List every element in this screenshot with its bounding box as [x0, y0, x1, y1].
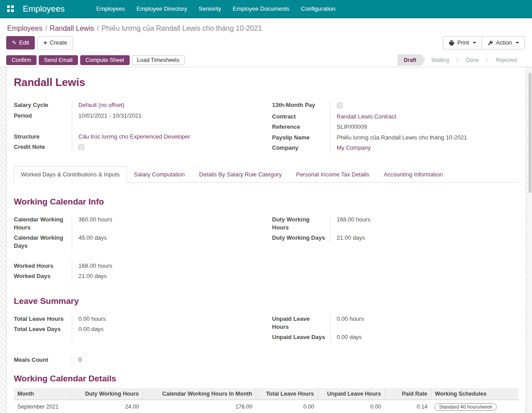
- sheet-background: Randall Lewis Salary Cycle Default (no o…: [0, 67, 532, 413]
- unpaid-leave-days-value: 0.00 days: [330, 332, 519, 343]
- contract-value-link[interactable]: Randall Lewis Contract: [337, 113, 397, 120]
- column-header-total-leave-hours[interactable]: Total Leave Hours: [256, 388, 318, 400]
- cell-total-leave-hours: 0.00: [256, 400, 318, 413]
- state-pipeline: Draft Waiting Done Rejected: [397, 54, 523, 66]
- field-group-right: 13th-Month Pay Contract Randall Lewis Co…: [272, 100, 519, 154]
- working-calendar-details-heading: Working Calendar Details: [14, 374, 519, 384]
- total-leave-hours-value: 0.00 hours: [72, 314, 261, 324]
- tab-personal-income-tax-details[interactable]: Personal Income Tax Details: [289, 166, 376, 183]
- duty-working-days-label: Duty Working Days: [272, 233, 330, 243]
- worked-hours-label: Worked Hours: [14, 261, 72, 271]
- 13th-month-pay-label: 13th-Month Pay: [272, 100, 330, 110]
- breadcrumb-separator: /: [97, 25, 98, 32]
- breadcrumb-record-link[interactable]: Randall Lewis: [50, 25, 94, 32]
- pencil-icon: ✎: [12, 39, 16, 47]
- salary-cycle-value-link[interactable]: Default (no offset): [78, 102, 124, 108]
- state-done[interactable]: Done: [460, 54, 485, 66]
- tab-accounting-information[interactable]: Accounting Information: [376, 166, 450, 183]
- structure-label: Structure: [14, 132, 72, 142]
- unpaid-leave-days-label: Unpaid Leave Days: [272, 332, 330, 343]
- action-button-label: Action: [496, 39, 512, 47]
- tab-details-by-salary-rule-category[interactable]: Details By Salary Rule Category: [192, 166, 289, 183]
- working-calendar-info-heading: Working Calendar Info: [14, 197, 519, 207]
- vertical-scrollbar[interactable]: [528, 67, 532, 413]
- cell-calendar-working-hours: 176.00: [143, 400, 256, 413]
- chevron-down-icon: [473, 42, 476, 44]
- edit-button[interactable]: ✎ Edit: [6, 36, 35, 49]
- field-group-left: Salary Cycle Default (no offset) Period …: [14, 100, 261, 154]
- cell-duty-working-hours: 24.00: [70, 400, 143, 413]
- print-dropdown-button[interactable]: Print: [443, 36, 482, 49]
- total-leave-days-label: Total Leave Days: [14, 324, 72, 335]
- worked-days-value: 21.00 days: [72, 271, 261, 282]
- state-waiting[interactable]: Waiting: [425, 54, 455, 66]
- column-header-duty-working-hours[interactable]: Duty Working Hours: [70, 388, 143, 400]
- app-brand-title[interactable]: Employees: [23, 4, 65, 14]
- payslip-name-label: Payslip Name: [272, 133, 330, 143]
- table-row[interactable]: September 2021 24.00 176.00 0.00 0.00 0.…: [14, 400, 519, 413]
- cell-month: September 2021: [14, 400, 70, 413]
- column-header-paid-rate[interactable]: Paid Rate: [385, 388, 431, 400]
- 13th-month-pay-checkbox[interactable]: [337, 102, 343, 108]
- print-button-label: Print: [457, 39, 469, 47]
- control-panel: Employees/Randall Lewis/Phiếu lương của …: [0, 18, 532, 53]
- column-header-unpaid-leave-hours[interactable]: Unpaid Leave Hours: [318, 388, 385, 400]
- worked-group: Worked Hours 168.00 hours Worked Days 21…: [14, 261, 261, 282]
- unpaid-leave-hours-label: Unpaid Leave Hours: [272, 314, 330, 332]
- worked-days-label: Worked Days: [14, 271, 72, 282]
- calendar-working-days-label: Calendar Working Days: [14, 233, 72, 251]
- nav-menu-seniority[interactable]: Seniority: [193, 0, 227, 17]
- create-button-label: Create: [50, 39, 67, 47]
- nav-menu-configuration[interactable]: Configuration: [295, 0, 341, 17]
- duty-working-hours-label: Duty Working Hours: [272, 215, 330, 233]
- cell-paid-rate: 0.14: [385, 400, 431, 413]
- form-sheet: Randall Lewis Salary Cycle Default (no o…: [6, 67, 526, 413]
- printer-icon: [449, 40, 454, 46]
- apps-grid-icon[interactable]: [7, 5, 14, 12]
- meals-group: Meals Count 0: [14, 355, 261, 366]
- breadcrumb-separator: /: [45, 25, 47, 32]
- confirm-button[interactable]: Confirm: [6, 55, 37, 65]
- working-calendar-details-table: Month Duty Working Hours Calendar Workin…: [14, 388, 519, 413]
- credit-note-checkbox[interactable]: [78, 144, 84, 150]
- load-timesheets-button[interactable]: Load Timesheets: [132, 55, 185, 65]
- leave-summary-grid: Total Leave Hours 0.00 hours Total Leave…: [14, 314, 519, 343]
- scrollbar-thumb[interactable]: [528, 73, 532, 193]
- notebook-tabs: Worked Days & Contributions & Inputs Sal…: [14, 166, 519, 183]
- nav-menu-employee-documents[interactable]: Employee Documents: [227, 0, 295, 17]
- create-button[interactable]: + Create: [37, 36, 73, 49]
- control-panel-buttons-row: ✎ Edit + Create Print Action: [0, 36, 532, 53]
- compute-sheet-button[interactable]: Compute Sheet: [80, 55, 130, 65]
- company-value-link[interactable]: My Company: [337, 144, 371, 151]
- unpaid-leave-group: Unpaid Leave Hours 0.00 hours Unpaid Lea…: [272, 314, 519, 343]
- duty-working-hours-value: 168.00 hours: [330, 215, 519, 225]
- state-rejected[interactable]: Rejected: [490, 54, 523, 66]
- column-header-working-schedules[interactable]: Working Schedules: [431, 388, 519, 400]
- total-leave-hours-label: Total Leave Hours: [14, 314, 72, 324]
- period-label: Period: [14, 111, 72, 121]
- cell-unpaid-leave-hours: 0.00: [318, 400, 385, 413]
- meals-count-label: Meals Count: [14, 355, 72, 365]
- table-header-row: Month Duty Working Hours Calendar Workin…: [14, 388, 519, 400]
- duty-working-days-value: 21.00 days: [330, 233, 519, 243]
- column-header-calendar-working-hours[interactable]: Calendar Working Hours In Month: [143, 388, 256, 400]
- column-header-month[interactable]: Month: [14, 388, 70, 400]
- period-value: 10/01/2021 - 10/31/2021: [72, 111, 261, 121]
- send-email-button[interactable]: Send Email: [39, 55, 78, 65]
- meals-grid: Meals Count 0: [14, 355, 519, 366]
- nav-menu-employees[interactable]: Employees: [90, 0, 131, 17]
- nav-menu-employee-directory[interactable]: Employee Directory: [131, 0, 192, 17]
- calendar-working-days-value: 45.00 days: [72, 233, 261, 243]
- tab-worked-days[interactable]: Worked Days & Contributions & Inputs: [14, 166, 127, 183]
- state-draft[interactable]: Draft: [397, 54, 425, 66]
- calendar-working-group: Calendar Working Hours 360.00 hours Cale…: [14, 215, 261, 251]
- breadcrumb-employees-link[interactable]: Employees: [7, 25, 42, 32]
- page-title: Randall Lewis: [14, 76, 519, 89]
- structure-value-link[interactable]: Cấu trúc lương cho Experienced Developer: [78, 133, 190, 140]
- tab-salary-computation[interactable]: Salary Computation: [127, 166, 192, 183]
- breadcrumb: Employees/Randall Lewis/Phiếu lương của …: [7, 25, 532, 33]
- calendar-working-hours-label: Calendar Working Hours: [14, 215, 72, 233]
- duty-group: Duty Working Hours 168.00 hours Duty Wor…: [272, 215, 519, 244]
- working-schedule-badge[interactable]: Standard 40 hours/week: [434, 403, 496, 411]
- action-dropdown-button[interactable]: Action: [482, 36, 525, 49]
